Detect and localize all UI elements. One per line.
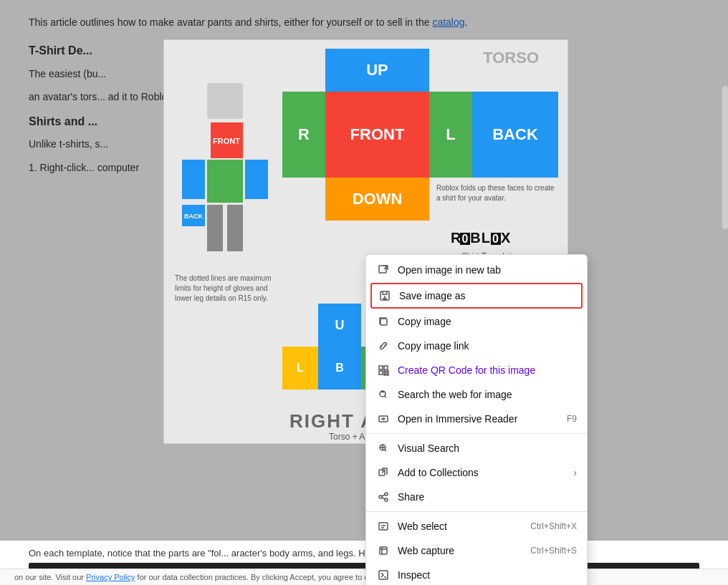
svg-rect-3 [207, 160, 243, 203]
menu-item-open-new-tab[interactable]: Open image in new tab [366, 258, 587, 282]
share-icon [376, 490, 391, 504]
link-icon [376, 339, 391, 353]
privacy-policy-link[interactable]: Privacy Policy [86, 573, 135, 581]
torso-label: TORSO [483, 49, 539, 67]
menu-item-create-qr-code[interactable]: Create QR Code for this image [366, 358, 587, 382]
svg-point-24 [385, 493, 388, 495]
menu-separator-2 [366, 511, 587, 512]
svg-point-25 [379, 495, 382, 498]
svg-rect-7 [227, 205, 243, 251]
immersive-shortcut: F9 [567, 414, 577, 424]
visual-search-icon [376, 441, 391, 455]
inspect-icon [376, 568, 391, 582]
roblox-folds-text: Roblox folds up these faces to create a … [436, 183, 558, 203]
svg-point-26 [385, 498, 388, 501]
svg-rect-10 [379, 266, 386, 273]
privacy-bar-text: on our site. Visit our [14, 573, 84, 581]
web-select-shortcut: Ctrl+Shift+X [530, 521, 577, 531]
search-web-label: Search the web for image [398, 389, 577, 400]
svg-rect-15 [379, 371, 383, 374]
web-capture-label: Web capture [398, 545, 525, 556]
svg-rect-14 [384, 366, 388, 369]
copy-image-label: Copy image [398, 316, 577, 327]
r-block: R [282, 92, 325, 178]
menu-item-open-immersive[interactable]: Open in Immersive Reader F9 [366, 407, 587, 431]
web-select-icon [376, 519, 391, 533]
svg-rect-5 [245, 160, 268, 199]
menu-item-inspect[interactable]: Inspect [366, 563, 587, 585]
context-menu: Open image in new tab Save image as Copy… [365, 254, 588, 585]
web-capture-shortcut: Ctrl+Shift+S [530, 546, 577, 556]
menu-item-save-image-as[interactable]: Save image as [370, 283, 583, 309]
collections-arrow-icon: › [573, 467, 577, 478]
arm-l-block: L [282, 347, 318, 390]
menu-item-search-web[interactable]: Search the web for image [366, 382, 587, 407]
menu-separator-1 [366, 433, 587, 434]
web-capture-icon [376, 543, 391, 558]
search-web-icon [376, 387, 391, 402]
svg-text:FRONT: FRONT [213, 137, 240, 145]
menu-item-visual-search[interactable]: Visual Search [366, 436, 587, 460]
svg-rect-28 [380, 547, 387, 554]
qr-icon [376, 363, 391, 377]
create-qr-code-label: Create QR Code for this image [398, 364, 577, 376]
menu-item-copy-image[interactable]: Copy image [366, 309, 587, 334]
svg-rect-17 [387, 371, 388, 372]
up-block: UP [325, 49, 429, 92]
svg-rect-19 [384, 374, 385, 375]
copy-icon [376, 314, 391, 329]
external-link-icon [376, 263, 391, 277]
inspect-label: Inspect [398, 569, 577, 581]
save-icon [378, 289, 392, 303]
front-block: FRONT [325, 92, 429, 178]
collections-icon [376, 465, 391, 480]
svg-rect-18 [387, 374, 388, 375]
svg-rect-6 [207, 205, 223, 251]
svg-rect-12 [380, 319, 387, 325]
web-select-label: Web select [398, 521, 525, 532]
menu-item-web-capture[interactable]: Web capture Ctrl+Shift+S [366, 538, 587, 563]
menu-item-web-select[interactable]: Web select Ctrl+Shift+X [366, 514, 587, 538]
dotted-note: The dotted lines are maximum limits for … [175, 274, 286, 304]
menu-item-copy-image-link[interactable]: Copy image link [366, 334, 587, 358]
scrollbar[interactable] [722, 86, 728, 229]
visual-search-label: Visual Search [398, 443, 577, 454]
svg-rect-27 [379, 523, 388, 530]
svg-rect-16 [384, 371, 385, 372]
svg-rect-4 [182, 160, 205, 199]
svg-rect-0 [207, 83, 243, 119]
roblox-logo: R0BL0X [451, 230, 511, 246]
menu-item-share[interactable]: Share [366, 485, 587, 509]
save-image-as-label: Save image as [399, 290, 575, 301]
l-block: L [429, 92, 472, 178]
share-label: Share [398, 491, 577, 503]
avatar-figure: FRONT BACK [178, 79, 272, 273]
arm-b-block: B [318, 347, 361, 390]
svg-text:BACK: BACK [184, 213, 203, 220]
open-immersive-label: Open in Immersive Reader [398, 413, 561, 425]
open-new-tab-label: Open image in new tab [398, 264, 577, 276]
svg-rect-13 [379, 366, 383, 369]
copy-image-link-label: Copy image link [398, 340, 577, 352]
immersive-icon [376, 412, 391, 426]
arm-u-block: U [318, 304, 361, 347]
down-block: DOWN [325, 178, 429, 221]
menu-item-add-collections[interactable]: Add to Collections › [366, 460, 587, 485]
add-collections-label: Add to Collections [398, 467, 573, 478]
privacy-bar: on our site. Visit our Privacy Policy fo… [0, 569, 728, 585]
on-each-template-text: On each template, notice that the parts … [29, 548, 699, 559]
back-block: BACK [472, 92, 558, 178]
